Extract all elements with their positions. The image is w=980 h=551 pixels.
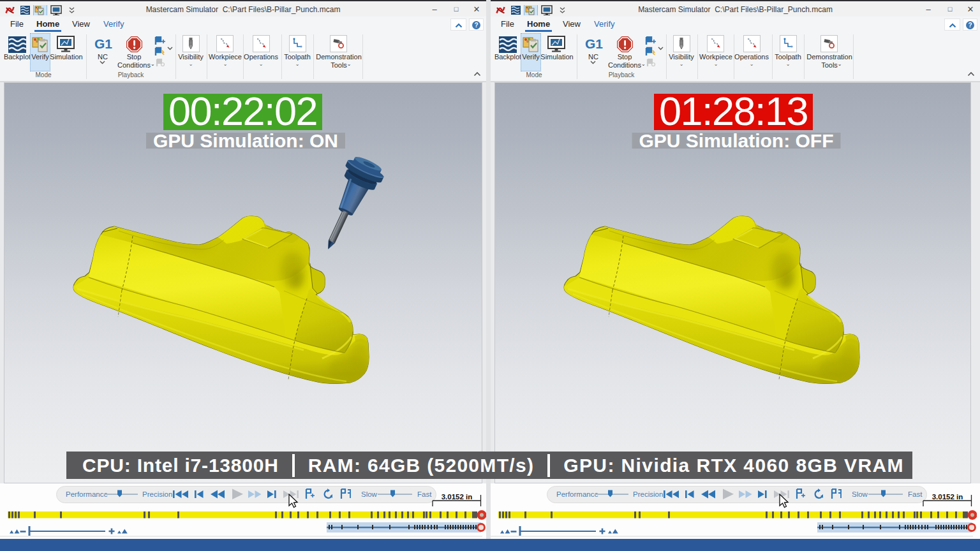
svg-text:Precision: Precision — [633, 490, 663, 498]
svg-text:Precision: Precision — [142, 490, 172, 498]
svg-text:Slow: Slow — [361, 490, 378, 498]
svg-text:Performance: Performance — [66, 490, 108, 498]
svg-text:Slow: Slow — [852, 490, 868, 498]
svg-text:Fast: Fast — [908, 490, 923, 498]
svg-text:?: ? — [474, 22, 478, 29]
svg-text:Performance: Performance — [556, 490, 598, 498]
svg-text:?: ? — [968, 22, 972, 29]
svg-text:Fast: Fast — [417, 490, 432, 498]
